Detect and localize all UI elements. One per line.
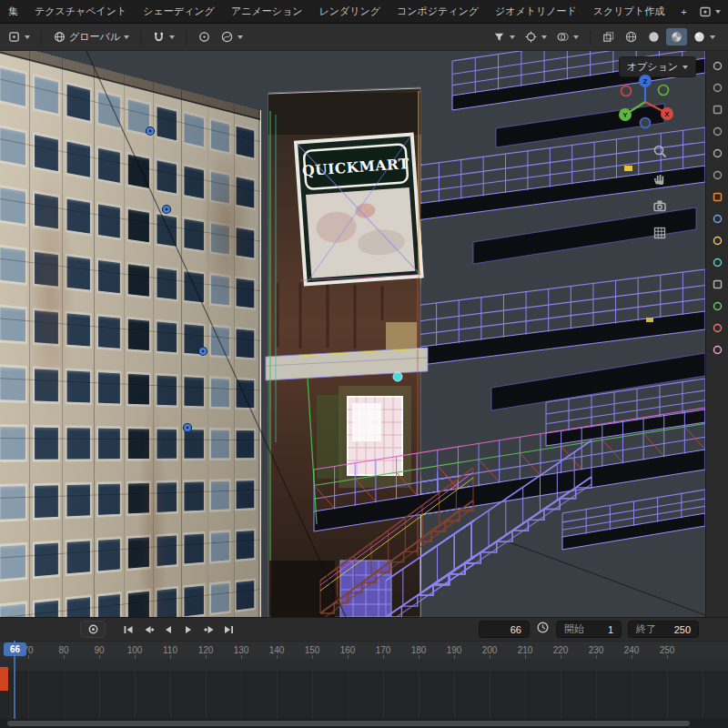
properties-tab-object-data-icon[interactable] [712, 300, 723, 312]
properties-tab-modifiers-icon[interactable] [712, 213, 723, 225]
workspace-tab[interactable]: スクリプト作成 [585, 1, 672, 22]
timeline-summary-row [0, 659, 728, 671]
navigation-gizmo[interactable]: Z Y X [616, 73, 674, 131]
svg-text:Y: Y [622, 111, 628, 119]
cable-2 [510, 542, 705, 615]
solid-sphere-icon [647, 30, 661, 44]
workspace-tab[interactable]: + [672, 3, 694, 21]
workspace-tab[interactable]: レンダリング [310, 1, 389, 22]
timeline-scrollbar[interactable] [0, 719, 728, 728]
topbar: 集テクスチャペイントシェーディングアニメーションレンダリングコンポジティングジオ… [0, 0, 728, 24]
timeline-channel-color [0, 667, 8, 691]
frame-end-field[interactable]: 終了 250 [628, 621, 699, 638]
workspace-tab[interactable]: アニメーション [223, 1, 311, 22]
rendered-sphere-icon [693, 30, 706, 44]
show-overlays-dropdown[interactable] [552, 28, 582, 46]
3d-viewport[interactable]: QUICKMART [0, 51, 705, 617]
shading-solid-button[interactable] [643, 28, 664, 46]
ruler-tick-label: 90 [94, 645, 104, 655]
yellow-marker-2 [646, 318, 653, 322]
ruler-tick-label: 220 [553, 645, 569, 655]
clock-icon [536, 621, 550, 638]
proportional-falloff-dropdown[interactable] [217, 28, 247, 46]
frame-start-field[interactable]: 開始 1 [556, 621, 622, 638]
properties-tab-particles-icon[interactable] [712, 235, 723, 247]
current-frame-field[interactable]: 66 [479, 621, 530, 638]
show-gizmo-dropdown[interactable] [521, 28, 551, 46]
cyan-sphere-widget[interactable] [393, 372, 402, 381]
proportional-editing-button[interactable] [194, 28, 215, 46]
next-keyframe-button[interactable] [200, 622, 217, 637]
play-reverse-button[interactable] [160, 622, 177, 637]
orientation-label: グローバル [69, 30, 120, 44]
overlays-icon [556, 30, 570, 44]
properties-tab-scene-icon[interactable] [712, 147, 723, 159]
magnet-icon [152, 30, 166, 44]
camera-view-icon[interactable] [651, 197, 669, 215]
jump-to-end-button[interactable] [220, 622, 238, 637]
properties-tab-physics-icon[interactable] [712, 257, 723, 268]
editor-mode-icon[interactable] [4, 28, 34, 46]
timeline-scrollbar-handle[interactable] [7, 721, 690, 726]
snap-magnet-button[interactable] [148, 28, 178, 46]
workspace-tab[interactable]: 集 [0, 1, 26, 22]
properties-tab-world-icon[interactable] [712, 169, 723, 181]
playhead-frame-badge[interactable]: 66 [4, 642, 26, 656]
toggle-perspective-icon[interactable] [651, 224, 669, 242]
timeline-ruler[interactable]: 7080901001101201301401501601701801902002… [0, 641, 728, 659]
viewport-canvas[interactable]: QUICKMART [0, 51, 705, 617]
options-label: オプション [627, 60, 678, 74]
timeline[interactable]: 7080901001101201301401501601701801902002… [0, 641, 728, 728]
transform-orientation-dropdown[interactable]: グローバル [49, 28, 133, 46]
shading-wireframe-button[interactable] [621, 28, 642, 46]
walkway-bottom[interactable] [562, 490, 705, 550]
ruler-tick-label: 230 [589, 645, 604, 655]
tower-building[interactable]: QUICKMART [266, 87, 428, 617]
xray-icon [602, 30, 615, 44]
falloff-curve-icon [220, 30, 234, 44]
properties-tab-output-icon[interactable] [712, 104, 723, 116]
properties-tab-tool-icon[interactable] [712, 60, 723, 72]
workspace-tab[interactable]: コンポジティング [389, 1, 487, 22]
walkway-third[interactable] [414, 269, 705, 366]
workspace-tab[interactable]: ジオメトリノード [487, 1, 585, 22]
ruler-tick-label: 140 [269, 645, 285, 655]
zoom-icon[interactable] [651, 142, 669, 160]
ruler-tick-label: 250 [660, 645, 675, 655]
timeline-channels[interactable] [0, 659, 728, 719]
previous-keyframe-button[interactable] [140, 622, 157, 637]
auto-keyframe-button[interactable] [80, 621, 106, 638]
shading-rendered-button[interactable] [689, 28, 719, 46]
properties-tab-view-layer-icon[interactable] [712, 126, 723, 137]
svg-text:X: X [664, 110, 670, 118]
axis-neg-z[interactable] [641, 118, 651, 128]
ruler-tick-label: 110 [163, 645, 177, 655]
play-button[interactable] [180, 622, 197, 637]
axis-neg-x[interactable] [622, 86, 632, 96]
hook-widgets[interactable] [147, 127, 207, 432]
ruler-tick-label: 160 [340, 645, 356, 655]
wireframe-sphere-icon [624, 30, 638, 44]
yellow-marker-1 [624, 166, 632, 171]
ruler-tick-label: 120 [198, 645, 214, 655]
ruler-tick-label: 170 [376, 645, 391, 655]
properties-tab-constraints-icon[interactable] [712, 278, 723, 290]
visibility-funnel-icon [492, 30, 506, 44]
properties-tab-rail [705, 51, 728, 617]
workspace-tab[interactable]: テクスチャペイント [26, 1, 135, 22]
properties-tab-object-icon[interactable] [712, 191, 723, 203]
properties-tab-material-icon[interactable] [712, 322, 723, 334]
scene-selector-icon[interactable] [695, 4, 724, 20]
quickmart-sign[interactable]: QUICKMART [296, 135, 422, 285]
properties-tab-render-icon[interactable] [712, 82, 723, 94]
axis-neg-y[interactable] [659, 86, 669, 96]
move-hand-icon[interactable] [651, 169, 669, 187]
ruler-tick-label: 210 [518, 645, 533, 655]
workspace-tab[interactable]: シェーディング [135, 1, 223, 22]
shading-material-button[interactable] [666, 28, 687, 46]
properties-tab-texture-icon[interactable] [712, 344, 723, 356]
object-type-visibility-dropdown[interactable] [489, 28, 519, 46]
jump-to-start-button[interactable] [120, 622, 137, 637]
toggle-xray-button[interactable] [598, 28, 619, 46]
ruler-tick-label: 180 [411, 645, 427, 655]
